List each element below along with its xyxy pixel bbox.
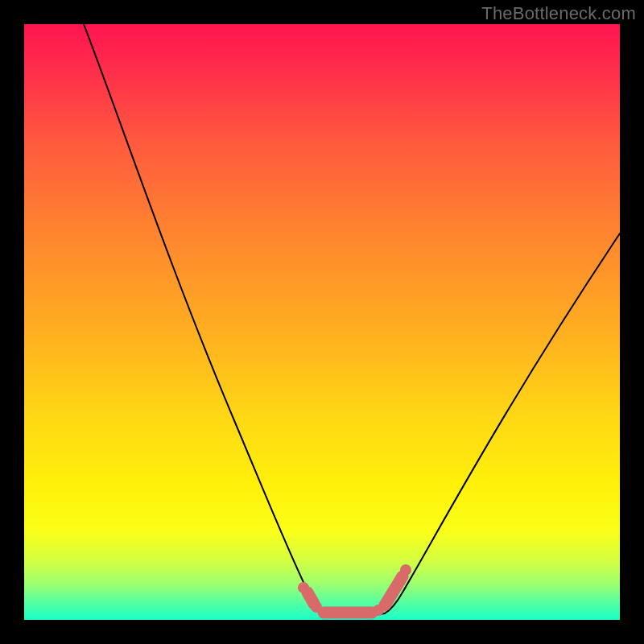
highlight-dash-right	[385, 576, 402, 605]
left-branch-curve	[84, 24, 324, 613]
right-branch-curve	[385, 233, 620, 613]
plot-area	[24, 24, 620, 620]
chart-frame: TheBottleneck.com	[0, 0, 644, 644]
highlight-dash-left-upper	[308, 592, 314, 604]
highlight-dot	[400, 564, 411, 576]
watermark-text: TheBottleneck.com	[481, 3, 636, 24]
curve-layer	[24, 24, 620, 620]
